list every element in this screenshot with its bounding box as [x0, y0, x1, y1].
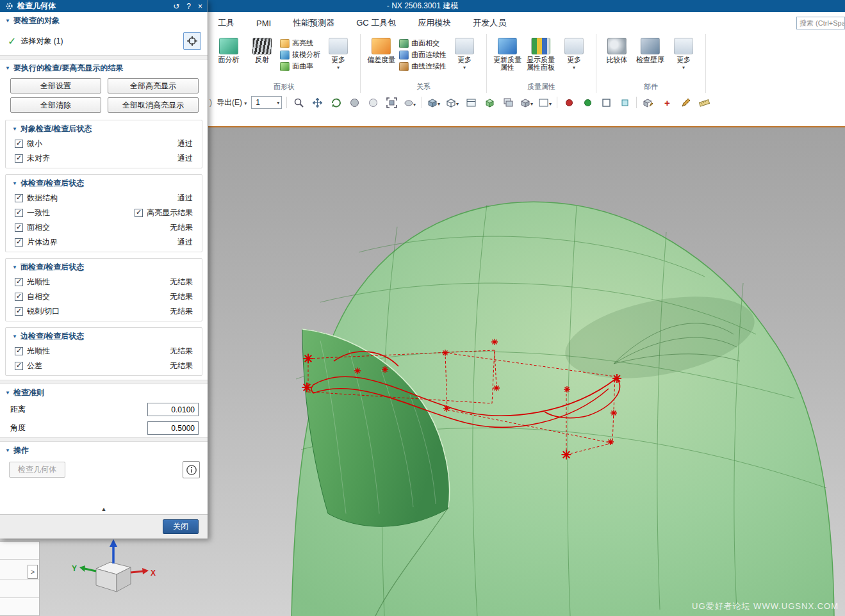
reflection-label: 反射 [255, 56, 269, 63]
consistency-checkbox[interactable] [15, 209, 23, 217]
command-search-input[interactable]: 搜索 (Ctrl+Spa [796, 17, 845, 29]
draft-analysis-label: 拔模分析 [292, 50, 320, 60]
object-check-group: ▼ 对象检查/检查后状态 微小 通过 未对齐 通过 [5, 120, 202, 168]
sheet-boundary-checkbox[interactable] [15, 238, 23, 247]
surface-intersection-button[interactable]: 曲面相交 [399, 38, 447, 48]
self-intersection-checkbox[interactable] [15, 293, 23, 301]
add-red-icon[interactable]: + [660, 95, 674, 109]
clip-section-icon[interactable] [618, 95, 632, 109]
scale-combobox[interactable]: 1 ▾ [251, 96, 282, 109]
surface-continuity-button[interactable]: 曲面连续性 [399, 50, 447, 60]
curve-continuity-button[interactable]: 曲线连续性 [399, 61, 447, 71]
highlight-results-checkbox[interactable] [135, 209, 143, 217]
tab-gc-toolkit[interactable]: GC 工具包 [356, 17, 396, 29]
update-quality-attributes-button[interactable]: 更新质量属性 [491, 36, 524, 71]
face-curvature-label: 面曲率 [292, 61, 313, 71]
edge-smoothness-checkbox[interactable] [15, 347, 23, 355]
part-more-button[interactable]: 更多 ▾ [667, 36, 700, 70]
x-axis-label: X [151, 569, 156, 578]
wireframe-cube-display-icon[interactable]: ▾ [445, 95, 459, 109]
more-icon [674, 38, 693, 54]
edge-check-header[interactable]: ▼ 边检查/检查后状态 [6, 328, 202, 344]
orientation-triad[interactable]: X Y [72, 539, 156, 592]
expand-panel-button[interactable]: > [28, 565, 38, 579]
tab-developer[interactable]: 开发人员 [473, 17, 506, 29]
shaded-cube-display-icon[interactable]: ▾ [427, 95, 441, 109]
dialog-titlebar[interactable]: 检查几何体 ↺ ? × [0, 0, 208, 12]
reflection-button[interactable]: 反射 [245, 36, 279, 63]
section-criteria-header[interactable]: ▼ 检查准则 [0, 384, 208, 400]
face-analysis-button[interactable]: 面分析 [212, 36, 245, 63]
ribbon-group-relations: 偏差度量 曲面相交 曲面连续性 曲线连续性 更多 ▾ [361, 34, 487, 93]
new-window-icon[interactable]: ▾ [538, 95, 552, 109]
edit-section-icon[interactable] [641, 95, 655, 109]
snap-point-green-icon[interactable] [580, 95, 595, 109]
angle-label: 角度 [10, 423, 26, 434]
curve-continuity-icon [399, 62, 409, 71]
object-check-title: 对象检查/检查后状态 [21, 124, 92, 134]
clear-all-button[interactable]: 全部清除 [10, 97, 101, 113]
rotate-view-icon[interactable] [329, 95, 343, 109]
tab-application-module[interactable]: 应用模块 [418, 17, 451, 29]
annotation-pencil-icon[interactable] [678, 95, 693, 109]
layer-settings-icon[interactable] [501, 95, 515, 109]
fit-view-icon[interactable] [384, 95, 398, 109]
light-sphere-icon[interactable] [366, 95, 380, 109]
view-cube-icon[interactable]: ▾ [520, 95, 534, 109]
section-checks-header[interactable]: ▼ 要执行的检查/要高亮显示的结果 [0, 60, 208, 76]
face-intersection-checkbox[interactable] [15, 223, 23, 232]
point-select-button[interactable] [183, 32, 201, 50]
section-operation-header[interactable]: ▼ 操作 [0, 442, 208, 458]
tolerance-checkbox[interactable] [15, 362, 23, 370]
green-dome-body[interactable] [291, 202, 834, 616]
find-in-view-icon[interactable] [291, 95, 306, 109]
data-structures-checkbox[interactable] [15, 194, 23, 202]
assembly-cube-icon[interactable] [482, 95, 496, 109]
tab-tools[interactable]: 工具 [218, 17, 234, 29]
relations-more-button[interactable]: 更多 ▾ [448, 36, 481, 70]
bounding-box-icon[interactable] [599, 95, 613, 109]
reset-icon[interactable]: ↺ [173, 2, 179, 11]
set-all-button[interactable]: 全部设置 [10, 78, 101, 93]
section-objects-header[interactable]: ▼ 要检查的对象 [0, 12, 208, 28]
pan-icon[interactable] [310, 95, 324, 109]
face-check-header[interactable]: ▼ 面检查/检查后状态 [6, 259, 202, 275]
group-label-part: 部件 [596, 82, 705, 92]
help-icon[interactable]: ? [186, 2, 191, 11]
distance-input[interactable] [147, 403, 199, 416]
spikes-cuts-checkbox[interactable] [15, 307, 23, 316]
close-icon[interactable]: × [198, 2, 202, 11]
misaligned-checkbox[interactable] [15, 154, 23, 163]
unhighlight-all-button[interactable]: 全部取消高亮显示 [108, 97, 199, 113]
draft-analysis-button[interactable]: 拔模分析 [280, 50, 320, 60]
highlight-all-button[interactable]: 全部高亮显示 [108, 78, 199, 93]
compare-bodies-button[interactable]: 比较体 [600, 36, 634, 63]
face-smoothness-checkbox[interactable] [15, 278, 23, 286]
examine-geometry-button[interactable]: 检查几何体 [9, 462, 65, 478]
dialog-body: ▼ 要检查的对象 ✓ 选择对象 (1) ▼ 要执行的检查/要高亮显示的结果 全部… [0, 12, 208, 514]
check-wall-thickness-button[interactable]: 检查壁厚 [634, 36, 667, 63]
ribbon-group-quality-attributes: 更新质量属性 显示质量属性面板 更多 ▾ 质量属性 [487, 34, 596, 93]
tiny-checkbox[interactable] [15, 140, 23, 148]
angle-input[interactable] [147, 421, 199, 435]
highlight-lines-button[interactable]: 高亮线 [280, 38, 320, 48]
tab-pmi[interactable]: PMI [256, 19, 271, 28]
object-check-header[interactable]: ▼ 对象检查/检查后状态 [6, 120, 202, 136]
body-check-header[interactable]: ▼ 体检查/检查后状态 [6, 175, 202, 191]
select-object-row[interactable]: ✓ 选择对象 (1) [0, 28, 208, 55]
dialog-collapse-arrow[interactable]: ▲ [0, 505, 208, 514]
tab-performance-predictor[interactable]: 性能预测器 [293, 17, 334, 29]
snap-point-red-icon[interactable] [562, 95, 576, 109]
quality-more-button[interactable]: 更多 ▾ [557, 36, 591, 70]
shaded-sphere-icon[interactable] [347, 95, 361, 109]
info-button[interactable] [183, 461, 200, 478]
close-button[interactable]: 关闭 [163, 519, 199, 534]
deviation-gauge-button[interactable]: 偏差度量 [365, 36, 398, 63]
face-curvature-button[interactable]: 面曲率 [280, 61, 320, 71]
window-layout-icon[interactable] [464, 95, 478, 109]
export-menu-button[interactable]: 导出(E) ▾ [217, 97, 247, 108]
measure-ruler-icon[interactable] [697, 95, 711, 109]
face-shape-more-button[interactable]: 更多 ▾ [322, 36, 355, 70]
more-display-icon[interactable]: ▾ [403, 95, 417, 109]
show-quality-panel-button[interactable]: 显示质量属性面板 [524, 36, 557, 71]
